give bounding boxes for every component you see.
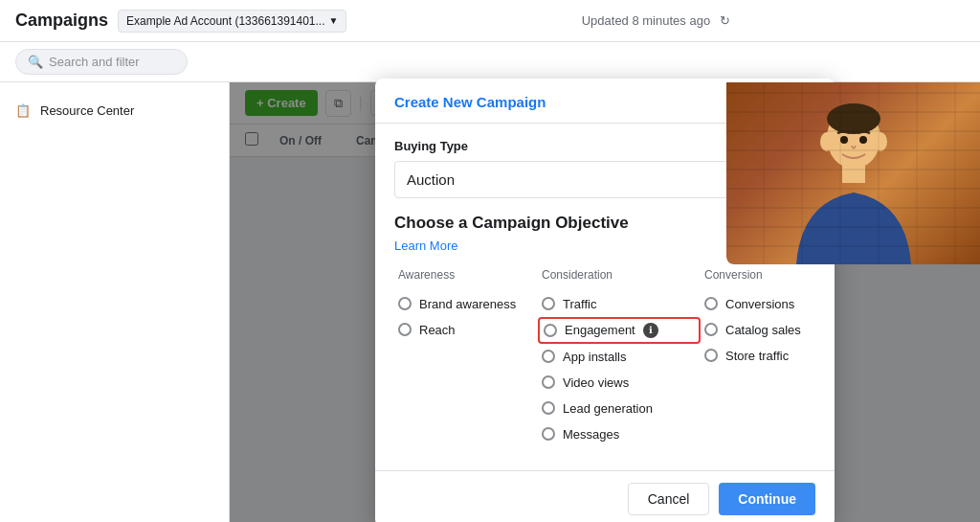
engagement-info-icon[interactable]: ℹ: [643, 323, 658, 338]
main-layout: 📋 Resource Center + Create ⧉ | ✏ Edit On…: [0, 82, 980, 522]
cancel-button[interactable]: Cancel: [628, 483, 710, 515]
objectives-grid: Awareness Brand awareness Reach: [394, 268, 815, 447]
radio-traffic[interactable]: [542, 297, 555, 310]
radio-video-views[interactable]: [542, 375, 555, 389]
modal-title: Create New Campaign: [394, 94, 546, 110]
updated-status: Updated 8 minutes ago ↻: [346, 13, 965, 28]
top-bar: Campaigns Example Ad Account (1336613914…: [0, 0, 980, 42]
conversion-catalog-sales[interactable]: Catalog sales: [701, 317, 835, 343]
chevron-down-icon: ▼: [329, 15, 339, 26]
consideration-header: Consideration: [538, 268, 701, 282]
conversion-store-traffic[interactable]: Store traffic: [701, 343, 835, 369]
radio-reach[interactable]: [398, 323, 412, 336]
radio-lead-generation[interactable]: [542, 401, 555, 415]
brick-texture: [726, 82, 980, 264]
reach-label: Reach: [419, 323, 456, 337]
awareness-brand-awareness[interactable]: Brand awareness: [394, 291, 538, 317]
account-selector[interactable]: Example Ad Account (133661391401... ▼: [118, 10, 346, 33]
consideration-lead-generation[interactable]: Lead generation: [538, 396, 701, 421]
lead-generation-label: Lead generation: [563, 401, 653, 416]
radio-engagement[interactable]: [544, 324, 557, 337]
video-bg: [726, 82, 980, 264]
main-content: + Create ⧉ | ✏ Edit On / Off Campaign Na…: [230, 82, 980, 522]
radio-conversions[interactable]: [704, 297, 718, 310]
conversions-label: Conversions: [725, 297, 794, 311]
consideration-video-views[interactable]: Video views: [538, 370, 701, 396]
awareness-header: Awareness: [394, 268, 538, 282]
consideration-traffic[interactable]: Traffic: [538, 291, 701, 317]
catalog-sales-label: Catalog sales: [725, 323, 801, 337]
campaigns-title: Campaigns: [15, 11, 108, 31]
radio-app-installs[interactable]: [542, 350, 555, 363]
search-box[interactable]: 🔍 Search and filter: [15, 49, 188, 75]
app-installs-label: App installs: [563, 350, 626, 364]
engagement-label: Engagement: [565, 323, 635, 337]
consideration-column: Consideration Traffic Engagement ℹ: [538, 268, 701, 447]
consideration-app-installs[interactable]: App installs: [538, 344, 701, 370]
conversion-column: Conversion Conversions Catalog sales: [701, 268, 835, 447]
awareness-reach[interactable]: Reach: [394, 317, 538, 343]
sidebar: 📋 Resource Center: [0, 82, 230, 522]
radio-catalog-sales[interactable]: [704, 323, 718, 336]
account-name: Example Ad Account (133661391401...: [126, 14, 325, 28]
brand-awareness-label: Brand awareness: [419, 297, 516, 311]
radio-store-traffic[interactable]: [704, 349, 718, 362]
video-views-label: Video views: [563, 375, 629, 390]
buying-type-value: Auction: [407, 171, 455, 188]
conversion-header: Conversion: [701, 268, 835, 282]
conversion-conversions[interactable]: Conversions: [701, 291, 835, 317]
sidebar-item-resource-center[interactable]: 📋 Resource Center: [0, 94, 229, 127]
top-bar-left: Campaigns Example Ad Account (1336613914…: [15, 10, 346, 33]
radio-brand-awareness[interactable]: [398, 297, 412, 310]
continue-button[interactable]: Continue: [719, 483, 815, 515]
traffic-label: Traffic: [563, 297, 596, 311]
store-traffic-label: Store traffic: [725, 349, 789, 363]
sidebar-item-label: Resource Center: [40, 103, 134, 118]
refresh-icon[interactable]: ↻: [720, 13, 730, 28]
search-placeholder: Search and filter: [49, 55, 140, 69]
resource-center-icon: 📋: [15, 103, 31, 118]
modal-footer: Cancel Continue: [375, 470, 835, 523]
messages-label: Messages: [563, 427, 619, 442]
learn-more-link[interactable]: Learn More: [394, 238, 457, 253]
search-icon: 🔍: [28, 55, 43, 69]
consideration-engagement[interactable]: Engagement ℹ: [538, 317, 701, 344]
consideration-messages[interactable]: Messages: [538, 421, 701, 447]
video-thumbnail: [726, 82, 980, 264]
radio-messages[interactable]: [542, 427, 555, 441]
sub-bar: 🔍 Search and filter: [0, 42, 980, 82]
awareness-column: Awareness Brand awareness Reach: [394, 268, 538, 447]
